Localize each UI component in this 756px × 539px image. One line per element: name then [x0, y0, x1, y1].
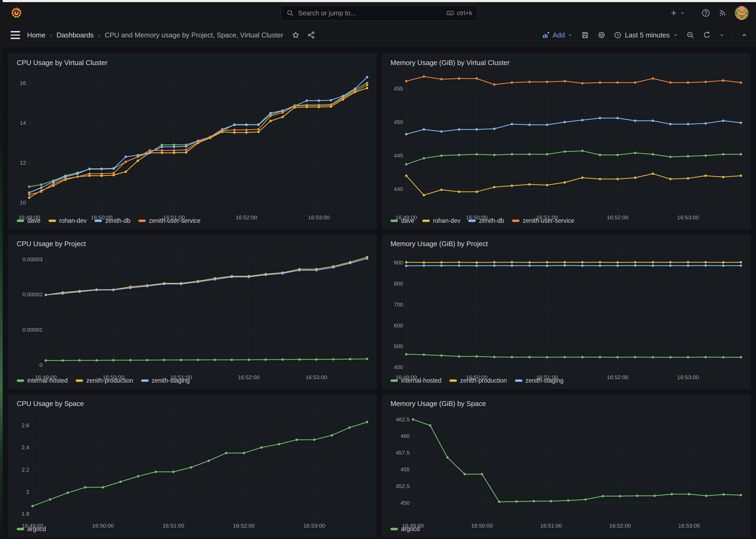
- toolbar-divider: [732, 30, 733, 40]
- dashboard-title-actions: [292, 31, 315, 39]
- svg-text:16:50:00: 16:50:00: [466, 374, 488, 380]
- svg-text:0.00002: 0.00002: [23, 291, 43, 297]
- svg-text:2.4: 2.4: [22, 444, 30, 450]
- svg-text:16: 16: [20, 80, 26, 86]
- panel-title[interactable]: CPU Usage by Space: [14, 398, 371, 408]
- add-panel-icon: [541, 31, 550, 39]
- search-bar[interactable]: ctrl+k: [281, 5, 478, 21]
- panel-title[interactable]: CPU Usage by Project: [14, 238, 371, 249]
- svg-text:460: 460: [400, 433, 410, 439]
- svg-text:16:52:00: 16:52:00: [607, 374, 629, 380]
- share-icon[interactable]: [307, 31, 315, 39]
- svg-text:16:52:00: 16:52:00: [607, 214, 629, 220]
- time-series-chart[interactable]: 44044545045516:49:0016:50:0016:51:0016:5…: [387, 67, 745, 216]
- time-series-chart[interactable]: 40050060070080090016:49:0016:50:0016:51:…: [387, 249, 745, 375]
- refresh-interval-caret-icon[interactable]: [719, 33, 724, 38]
- panel-title[interactable]: CPU Usage by Virtual Cluster: [14, 57, 371, 67]
- svg-text:16:53:00: 16:53:00: [677, 374, 699, 380]
- svg-text:16:50:00: 16:50:00: [103, 374, 124, 380]
- panel-title[interactable]: Memory Usage (GiB) by Virtual Cluster: [387, 57, 745, 67]
- add-panel-label: Add: [553, 31, 565, 39]
- user-avatar[interactable]: [735, 6, 749, 20]
- dashboard-header-bar: Home › Dashboards › CPU and Memory usage…: [3, 24, 756, 46]
- svg-text:2.6: 2.6: [22, 422, 29, 428]
- svg-text:445: 445: [394, 152, 403, 159]
- dashboard-settings-icon[interactable]: [597, 31, 606, 39]
- svg-text:16:51:00: 16:51:00: [536, 374, 558, 380]
- breadcrumb: Home › Dashboards › CPU and Memory usage…: [27, 31, 283, 39]
- svg-text:16:52:00: 16:52:00: [238, 374, 260, 380]
- svg-text:16:50:00: 16:50:00: [92, 522, 114, 529]
- top-navigation-bar: ctrl+k: [3, 2, 756, 24]
- svg-text:450: 450: [400, 500, 410, 506]
- svg-text:16:53:00: 16:53:00: [308, 214, 330, 220]
- svg-text:1.8: 1.8: [22, 510, 29, 517]
- dashboard-grid: CPU Usage by Virtual Cluster 1012141616:…: [3, 48, 756, 539]
- panel-title[interactable]: Memory Usage (GiB) by Space: [387, 398, 745, 408]
- panel-cpu-by-virtual-cluster: CPU Usage by Virtual Cluster 1012141616:…: [9, 54, 377, 229]
- refresh-dashboard-icon[interactable]: [703, 31, 711, 39]
- desktop-background-strip: [0, 0, 3, 539]
- browser-edge-strip: [3, 0, 756, 2]
- grafana-logo[interactable]: [10, 7, 23, 19]
- add-panel-button[interactable]: Add: [541, 31, 573, 39]
- topbar-divider: [693, 8, 693, 18]
- svg-text:400: 400: [394, 364, 403, 370]
- time-series-chart[interactable]: 1.822.22.42.616:49:0016:50:0016:51:0016:…: [14, 408, 371, 524]
- svg-text:16:53:00: 16:53:00: [678, 522, 700, 529]
- svg-text:16:49:00: 16:49:00: [395, 214, 417, 220]
- time-range-label: Last 5 minutes: [625, 31, 670, 39]
- new-menu-button[interactable]: [670, 9, 685, 17]
- svg-text:16:49:00: 16:49:00: [35, 374, 57, 380]
- svg-text:16:49:00: 16:49:00: [402, 522, 424, 529]
- svg-text:0: 0: [39, 362, 43, 368]
- news-rss-icon[interactable]: [718, 9, 727, 17]
- svg-text:16:52:00: 16:52:00: [233, 522, 255, 529]
- time-series-chart[interactable]: 1012141616:49:0016:50:0016:51:0016:52:00…: [14, 67, 371, 216]
- svg-text:10: 10: [20, 199, 26, 205]
- collapse-controls-icon[interactable]: [741, 31, 748, 39]
- svg-text:0.00003: 0.00003: [23, 256, 43, 262]
- time-range-caret-icon: [673, 33, 678, 38]
- panel-memory-by-space: Memory Usage (GiB) by Space 450452.54554…: [382, 395, 750, 537]
- search-shortcut-label: ctrl+k: [457, 9, 472, 17]
- svg-text:452.5: 452.5: [396, 483, 410, 489]
- svg-text:600: 600: [394, 322, 403, 329]
- svg-text:16:53:00: 16:53:00: [677, 214, 699, 220]
- svg-text:16:51:00: 16:51:00: [163, 214, 185, 220]
- add-caret-icon: [568, 33, 573, 38]
- zoom-out-time-icon[interactable]: [686, 31, 695, 39]
- svg-text:455: 455: [400, 466, 410, 472]
- help-icon[interactable]: [701, 9, 710, 18]
- svg-text:800: 800: [394, 280, 403, 286]
- breadcrumb-separator: ›: [50, 31, 52, 39]
- svg-text:0.00001: 0.00001: [23, 327, 43, 333]
- search-input[interactable]: [298, 9, 446, 17]
- panel-memory-by-virtual-cluster: Memory Usage (GiB) by Virtual Cluster 44…: [382, 54, 750, 229]
- svg-text:16:50:00: 16:50:00: [466, 214, 488, 220]
- favorite-star-icon[interactable]: [292, 31, 300, 39]
- svg-text:450: 450: [394, 119, 403, 125]
- time-range-picker[interactable]: Last 5 minutes: [614, 31, 678, 39]
- svg-text:14: 14: [20, 120, 26, 126]
- breadcrumb-current-dashboard: CPU and Memory usage by Project, Space, …: [104, 31, 283, 39]
- svg-text:462.5: 462.5: [396, 416, 410, 423]
- svg-text:16:52:00: 16:52:00: [236, 214, 257, 220]
- svg-text:16:53:00: 16:53:00: [306, 374, 327, 380]
- svg-text:16:53:00: 16:53:00: [304, 522, 325, 529]
- svg-text:455: 455: [394, 86, 403, 92]
- svg-text:16:49:00: 16:49:00: [22, 522, 43, 529]
- svg-text:16:51:00: 16:51:00: [540, 522, 562, 529]
- svg-text:2.2: 2.2: [22, 467, 29, 473]
- panel-title[interactable]: Memory Usage (GiB) by Project: [387, 238, 745, 249]
- time-series-chart[interactable]: 450452.5455457.5460462.516:49:0016:50:00…: [387, 408, 745, 524]
- svg-text:457.5: 457.5: [396, 449, 410, 456]
- chevron-down-icon: [680, 10, 685, 16]
- breadcrumb-home[interactable]: Home: [27, 31, 45, 39]
- svg-text:16:51:00: 16:51:00: [163, 522, 184, 529]
- save-dashboard-icon[interactable]: [581, 31, 589, 39]
- search-shortcut: ctrl+k: [446, 9, 472, 17]
- menu-toggle-icon[interactable]: [11, 31, 20, 39]
- breadcrumb-dashboards[interactable]: Dashboards: [56, 31, 94, 39]
- time-series-chart[interactable]: 00.000010.000020.0000316:49:0016:50:0016…: [14, 249, 371, 375]
